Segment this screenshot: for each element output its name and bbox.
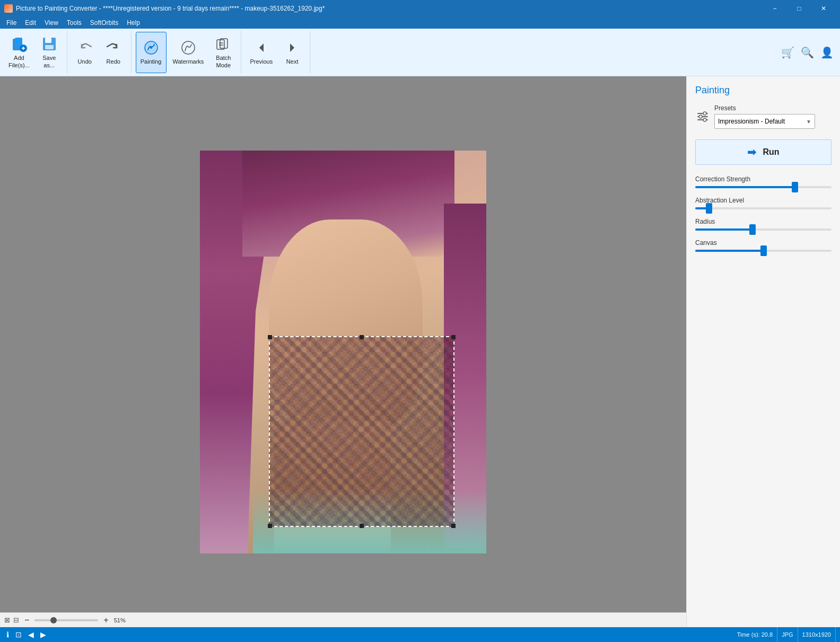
abstraction-level-thumb[interactable] — [706, 203, 712, 214]
redo-icon — [105, 39, 122, 56]
zoom-icon-fit[interactable]: ⊠ — [4, 616, 10, 624]
search-icon[interactable]: 🔍 — [801, 46, 814, 59]
redo-label: Redo — [107, 58, 120, 65]
svg-point-22 — [699, 115, 702, 118]
panel-title: Painting — [695, 85, 832, 96]
handle-tl[interactable] — [268, 335, 272, 339]
zoom-icon-actual[interactable]: ⊟ — [13, 616, 19, 624]
right-panel: Painting Presets Impre — [686, 76, 840, 627]
titlebar: Picture to Painting Converter - ****Unre… — [0, 0, 840, 17]
radius-track[interactable] — [695, 228, 832, 231]
cart-icon[interactable]: 🛒 — [781, 46, 794, 59]
previous-button[interactable]: Previous — [246, 32, 277, 73]
ribbon-group-nav: Previous Next — [241, 31, 310, 74]
save-as-button[interactable]: Saveas... — [36, 32, 63, 73]
menu-tools[interactable]: Tools — [63, 17, 86, 29]
painting-button[interactable]: Painting — [136, 32, 167, 73]
close-button[interactable]: ✕ — [811, 0, 836, 17]
svg-rect-7 — [45, 45, 54, 49]
undo-icon — [76, 39, 93, 56]
correction-strength-thumb[interactable] — [792, 182, 798, 192]
presets-label: Presets — [714, 104, 815, 112]
menu-edit[interactable]: Edit — [21, 17, 40, 29]
batch-mode-icon — [215, 36, 232, 52]
undo-button[interactable]: Undo — [72, 32, 98, 73]
correction-strength-fill — [695, 186, 795, 188]
zoom-slider-thumb[interactable] — [50, 617, 57, 623]
statusbar-left: ℹ ⊡ ◀ ▶ — [4, 630, 733, 639]
radius-thumb[interactable] — [749, 224, 756, 235]
undo-label: Undo — [78, 58, 92, 65]
zoom-minus-button[interactable]: − — [22, 615, 31, 625]
next-button[interactable]: Next — [279, 32, 305, 73]
svg-marker-16 — [259, 43, 264, 52]
add-files-icon — [11, 36, 28, 52]
window-title: Picture to Painting Converter - ****Unre… — [16, 5, 325, 12]
presets-value: Impressionism - Default — [718, 118, 785, 125]
run-arrow-icon: ➡ — [747, 146, 756, 159]
add-files-button[interactable]: AddFile(s)... — [4, 32, 34, 73]
dimensions-label: 1310x1920 — [802, 631, 831, 638]
user-icon[interactable]: 👤 — [820, 46, 834, 59]
canvas-track[interactable] — [695, 250, 832, 252]
svg-point-11 — [182, 41, 195, 54]
save-as-label: Saveas... — [42, 55, 56, 68]
menu-view[interactable]: View — [40, 17, 63, 29]
menu-file[interactable]: File — [2, 17, 21, 29]
painting-icon — [143, 39, 160, 56]
photo-container — [200, 151, 486, 553]
minimize-button[interactable]: − — [763, 0, 787, 17]
zoom-bar: ⊠ ⊟ − + 51% — [0, 612, 686, 627]
handle-bc[interactable] — [360, 524, 364, 528]
statusbar-next-icon[interactable]: ▶ — [38, 630, 48, 639]
maximize-button[interactable]: □ — [787, 0, 811, 17]
statusbar-info-icon[interactable]: ℹ — [4, 630, 11, 639]
handle-tr[interactable] — [451, 335, 456, 339]
main-area: ⊠ ⊟ − + 51% Painting — [0, 76, 840, 627]
handle-tc[interactable] — [360, 335, 364, 339]
menu-softorbits[interactable]: SoftOrbits — [86, 17, 122, 29]
ribbon-group-undoredo: Undo Redo — [67, 31, 132, 74]
canvas-area[interactable]: ⊠ ⊟ − + 51% — [0, 76, 686, 627]
zoom-slider-track[interactable] — [34, 619, 98, 621]
zoom-plus-button[interactable]: + — [101, 615, 110, 625]
previous-icon — [253, 39, 270, 56]
canvas-fill — [695, 250, 764, 252]
svg-rect-6 — [45, 38, 51, 43]
ribbon-right-icons: 🛒 🔍 👤 — [775, 31, 840, 74]
ribbon: AddFile(s)... Saveas... Undo Redo — [0, 29, 840, 76]
run-label: Run — [763, 147, 779, 157]
painting-label: Painting — [141, 58, 162, 65]
titlebar-left: Picture to Painting Converter - ****Unre… — [4, 4, 325, 13]
menu-help[interactable]: Help — [122, 17, 144, 29]
statusbar-prev-icon[interactable]: ◀ — [26, 630, 36, 639]
run-button[interactable]: ➡ Run — [695, 139, 832, 165]
statusbar: ℹ ⊡ ◀ ▶ Time (s): 20.8 JPG 1310x1920 — [0, 627, 840, 642]
menubar: File Edit View Tools SoftOrbits Help — [0, 17, 840, 29]
watermarks-button[interactable]: Watermarks — [169, 32, 208, 73]
next-label: Next — [286, 58, 299, 65]
presets-dropdown[interactable]: Impressionism - Default ▼ — [714, 114, 815, 129]
statusbar-crop-icon[interactable]: ⊡ — [13, 630, 24, 639]
slider-correction-strength: Correction Strength — [695, 175, 832, 188]
svg-point-21 — [703, 112, 706, 115]
presets-section: Presets Impressionism - Default ▼ — [695, 104, 832, 129]
abstraction-level-track[interactable] — [695, 207, 832, 209]
handle-br[interactable] — [451, 524, 456, 528]
correction-strength-track[interactable] — [695, 186, 832, 188]
batch-mode-button[interactable]: BatchMode — [210, 32, 237, 73]
selection-box[interactable] — [269, 336, 454, 527]
redo-button[interactable]: Redo — [100, 32, 127, 73]
svg-marker-17 — [290, 43, 294, 52]
add-files-label: AddFile(s)... — [8, 55, 30, 68]
svg-point-23 — [703, 118, 706, 121]
handle-bl[interactable] — [268, 524, 272, 528]
zoom-percentage: 51% — [114, 617, 133, 623]
canvas-thumb[interactable] — [760, 245, 767, 256]
time-label: Time (s): 20.8 — [737, 631, 773, 638]
next-icon — [284, 39, 301, 56]
format-label: JPG — [782, 631, 793, 638]
statusbar-dimensions: 1310x1920 — [798, 627, 836, 642]
slider-canvas: Canvas — [695, 239, 832, 252]
sliders-container: Correction Strength Abstraction Level Ra… — [695, 175, 832, 252]
